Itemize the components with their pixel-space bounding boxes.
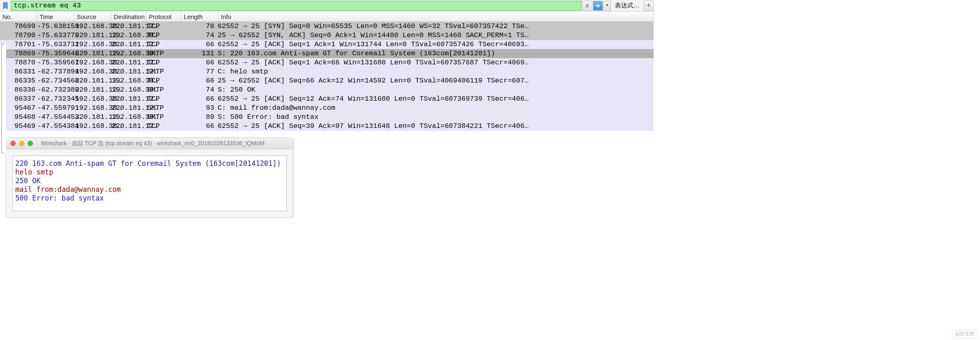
cell-no: 86335 [7, 76, 37, 85]
cell-length: 66 [182, 94, 218, 104]
display-filter-input[interactable] [11, 1, 581, 11]
cell-info: C: mail from:dada@wannay.com [218, 104, 654, 113]
expression-button[interactable]: 表达式… [610, 0, 644, 11]
packet-row[interactable]: 95467-47.559791192.168.30…220.181.12…SMT… [0, 104, 654, 113]
window-titlebar[interactable]: Wireshark · 追踪 TCP 流 (tcp.stream eq 43) … [6, 138, 293, 149]
cell-destination: 192.168.30… [112, 85, 147, 94]
cell-destination: 192.168.30… [112, 31, 147, 40]
cell-protocol: TCP [147, 31, 182, 40]
cell-destination: 220.181.12… [112, 122, 147, 131]
cell-length: 66 [182, 58, 218, 67]
column-header-no[interactable]: No. [0, 12, 37, 21]
cell-no: 78869 [7, 49, 37, 58]
cell-source: 192.168.30… [75, 22, 112, 31]
packet-row[interactable]: 95469-47.554384192.168.30…220.181.12…TCP… [0, 122, 654, 131]
stream-line-client: helo smtp [15, 168, 284, 177]
cell-length: 93 [182, 104, 218, 113]
cell-destination: 220.181.12… [112, 40, 147, 49]
cell-protocol: SMTP [147, 113, 182, 122]
cell-time: -75.638159 [37, 22, 75, 31]
packet-row[interactable]: 78699-75.638159192.168.30…220.181.12…TCP… [0, 22, 654, 31]
cell-source: 220.181.12… [75, 76, 112, 85]
packet-row[interactable]: 78870-75.359567192.168.30…220.181.12…TCP… [0, 58, 654, 67]
cell-protocol: TCP [147, 22, 182, 31]
add-filter-button[interactable]: + [644, 1, 654, 11]
cell-info: 62552 → 25 [ACK] Seq=12 Ack=74 Win=13168… [218, 94, 654, 104]
conversation-bracket-gutter [0, 44, 6, 153]
cell-time: -47.554384 [37, 122, 75, 131]
follow-tcp-stream-window: Wireshark · 追踪 TCP 流 (tcp.stream eq 43) … [6, 137, 293, 218]
cell-time: -75.359567 [37, 58, 75, 67]
cell-protocol: SMTP [147, 67, 182, 76]
stream-line-server: 500 Error: bad syntax [15, 194, 284, 203]
cell-time: -75.359646 [37, 49, 75, 58]
apply-filter-button[interactable] [593, 1, 603, 11]
packet-row[interactable]: 78869-75.359646220.181.12…192.168.30…SMT… [0, 49, 654, 58]
cell-info: 25 → 62552 [ACK] Seq=66 Ack=12 Win=14592… [218, 76, 654, 85]
column-header-destination[interactable]: Destination [111, 12, 146, 21]
cell-time: -62.732345 [37, 94, 75, 104]
cell-info: 62552 → 25 [ACK] Seq=39 Ack=97 Win=13164… [218, 122, 654, 131]
packet-row[interactable]: 78701-75.633732192.168.30…220.181.12…TCP… [0, 40, 654, 49]
cell-length: 66 [182, 76, 218, 85]
cell-protocol: SMTP [147, 104, 182, 113]
cell-time: -75.633779 [37, 31, 75, 40]
packet-row[interactable]: 86337-62.732345192.168.30…220.181.12…TCP… [0, 94, 654, 104]
packet-row[interactable]: 86335-62.734568220.181.12…192.168.30…TCP… [0, 76, 654, 85]
window-title: Wireshark · 追踪 TCP 流 (tcp.stream eq 43) … [12, 140, 293, 147]
cell-destination: 192.168.30… [112, 113, 147, 122]
cell-length: 66 [182, 40, 218, 49]
cell-info: C: helo smtp [218, 67, 654, 76]
clear-filter-button[interactable] [582, 1, 592, 11]
column-header-length[interactable]: Length [181, 12, 218, 21]
cell-info: 62552 → 25 [SYN] Seq=0 Win=65535 Len=0 M… [218, 22, 654, 31]
cell-length: 131 [182, 49, 218, 58]
filter-history-dropdown[interactable]: ▼ [604, 1, 610, 11]
packet-row[interactable]: 86331-62.737894192.168.30…220.181.12…SMT… [0, 67, 654, 76]
conversation-bracket-icon [1, 44, 4, 153]
cell-no: 95467 [7, 104, 37, 113]
cell-info: 62552 → 25 [ACK] Seq=1 Ack=66 Win=131680… [218, 58, 654, 67]
cell-source: 192.168.30… [75, 40, 112, 49]
cell-info: S: 250 OK [218, 85, 654, 94]
cell-length: 89 [182, 113, 218, 122]
cell-time: -47.559791 [37, 104, 75, 113]
cell-protocol: TCP [147, 76, 182, 85]
packet-row[interactable]: 78700-75.633779220.181.12…192.168.30…TCP… [0, 31, 654, 40]
packet-row[interactable]: 86336-62.732389220.181.12…192.168.30…SMT… [0, 85, 654, 94]
stream-line-server: 250 OK [15, 177, 284, 185]
stream-content[interactable]: 220 163.com Anti-spam GT for Coremail Sy… [12, 156, 287, 211]
cell-time: -75.633732 [37, 40, 75, 49]
cell-source: 192.168.30… [75, 94, 112, 104]
stream-line-server: 220 163.com Anti-spam GT for Coremail Sy… [15, 159, 284, 168]
cell-source: 220.181.12… [75, 85, 112, 94]
column-header-time[interactable]: Time [37, 12, 74, 21]
cell-length: 77 [182, 67, 218, 76]
display-filter-bar: ▼ 表达式… + [0, 0, 654, 12]
cell-length: 66 [182, 122, 218, 131]
cell-destination: 192.168.30… [112, 76, 147, 85]
cell-destination: 220.181.12… [112, 104, 147, 113]
column-header-source[interactable]: Source [74, 12, 111, 21]
cell-source: 220.181.12… [75, 113, 112, 122]
cell-no: 86331 [7, 67, 37, 76]
cell-protocol: TCP [147, 58, 182, 67]
cell-destination: 192.168.30… [112, 49, 147, 58]
cell-no: 95469 [7, 122, 37, 131]
cell-source: 220.181.12… [75, 31, 112, 40]
cell-source: 192.168.30… [75, 104, 112, 113]
cell-no: 95468 [7, 113, 37, 122]
cell-protocol: SMTP [147, 85, 182, 94]
cell-no: 86337 [7, 94, 37, 104]
cell-length: 74 [182, 31, 218, 40]
cell-length: 74 [182, 85, 218, 94]
packet-row[interactable]: 95468-47.554453220.181.12…192.168.30…SMT… [0, 113, 654, 122]
cell-destination: 220.181.12… [112, 94, 147, 104]
cell-length: 78 [182, 22, 218, 31]
cell-time: -62.737894 [37, 67, 75, 76]
bookmark-icon[interactable] [1, 1, 9, 10]
column-header-info[interactable]: Info [218, 12, 654, 21]
column-header-protocol[interactable]: Protocol [146, 12, 181, 21]
cell-protocol: SMTP [147, 49, 182, 58]
packet-list[interactable]: 78699-75.638159192.168.30…220.181.12…TCP… [0, 22, 654, 131]
